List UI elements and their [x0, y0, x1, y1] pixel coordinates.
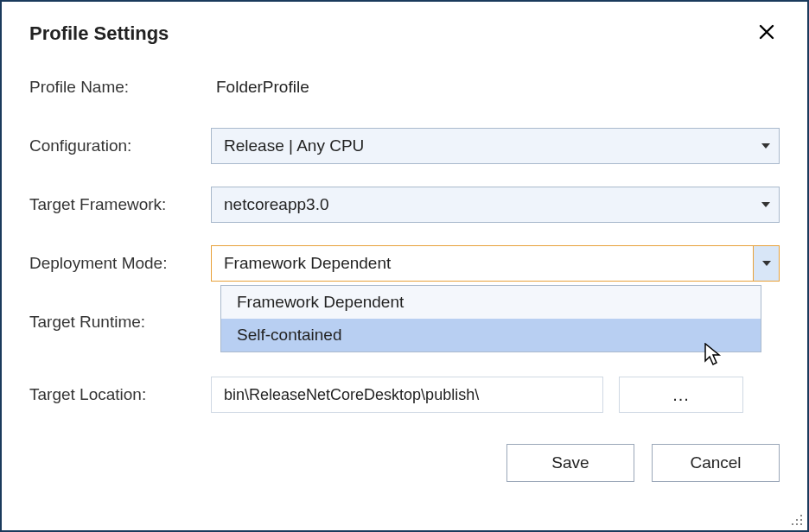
chevron-down-icon	[761, 202, 770, 207]
target-location-label: Target Location:	[29, 385, 211, 404]
target-framework-dropdown[interactable]: netcoreapp3.0	[211, 187, 780, 223]
save-button[interactable]: Save	[506, 444, 634, 482]
target-framework-selected: netcoreapp3.0	[224, 195, 329, 214]
target-location-value: bin\ReleaseNetCoreDesktop\publish\	[224, 386, 479, 404]
deployment-mode-dropdown[interactable]: Framework Dependent	[211, 245, 780, 282]
profile-name-label: Profile Name:	[29, 78, 211, 97]
deployment-mode-selected: Framework Dependent	[224, 254, 391, 273]
cancel-button[interactable]: Cancel	[652, 444, 780, 482]
deployment-mode-option-framework-dependent[interactable]: Framework Dependent	[221, 286, 761, 319]
target-runtime-label: Target Runtime:	[29, 313, 211, 332]
browse-button[interactable]: ...	[619, 377, 743, 413]
profile-name-value: FolderProfile	[211, 78, 780, 97]
deployment-mode-options: Framework Dependent Self-contained	[220, 285, 761, 352]
configuration-label: Configuration:	[29, 136, 211, 155]
chevron-down-icon	[761, 143, 770, 149]
close-icon	[759, 24, 774, 40]
dialog-title: Profile Settings	[29, 22, 169, 45]
close-button[interactable]	[754, 22, 780, 45]
target-framework-label: Target Framework:	[29, 195, 211, 214]
resize-grip-icon	[788, 511, 804, 527]
configuration-dropdown[interactable]: Release | Any CPU	[211, 128, 780, 164]
deployment-mode-label: Deployment Mode:	[29, 254, 211, 273]
configuration-selected: Release | Any CPU	[224, 136, 364, 155]
deployment-mode-option-self-contained[interactable]: Self-contained	[221, 319, 761, 352]
chevron-down-icon	[762, 261, 771, 266]
target-location-input[interactable]: bin\ReleaseNetCoreDesktop\publish\	[211, 377, 603, 413]
